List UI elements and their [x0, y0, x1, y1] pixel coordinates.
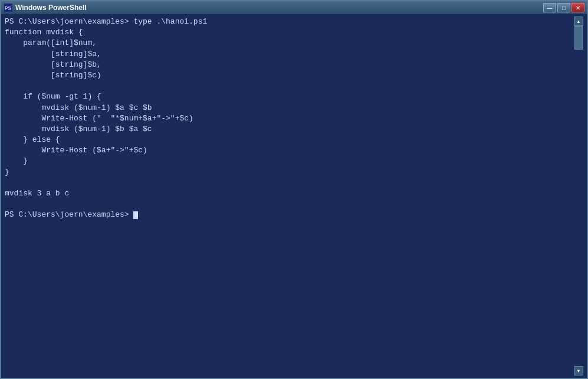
cursor	[133, 211, 138, 219]
svg-text:PS: PS	[5, 6, 11, 12]
window-title: Windows PowerShell	[15, 4, 543, 12]
scrollbar-track[interactable]	[574, 26, 583, 366]
console-output: PS C:\Users\joern\examples> type .\hanoi…	[5, 17, 574, 375]
scrollbar[interactable]: ▲ ▼	[574, 17, 583, 375]
console-area[interactable]: PS C:\Users\joern\examples> type .\hanoi…	[1, 14, 587, 378]
minimize-button[interactable]: —	[543, 3, 556, 12]
powershell-icon: PS	[4, 3, 13, 12]
window-controls: — □ ✕	[543, 3, 584, 12]
scrollbar-thumb[interactable]	[574, 26, 583, 50]
close-button[interactable]: ✕	[571, 3, 584, 12]
maximize-button[interactable]: □	[557, 3, 570, 12]
title-bar: PS Windows PowerShell — □ ✕	[1, 1, 587, 14]
powershell-window: PS Windows PowerShell — □ ✕ PS C:\Users\…	[0, 0, 588, 379]
scroll-up-button[interactable]: ▲	[574, 17, 583, 26]
scroll-down-button[interactable]: ▼	[574, 366, 583, 375]
